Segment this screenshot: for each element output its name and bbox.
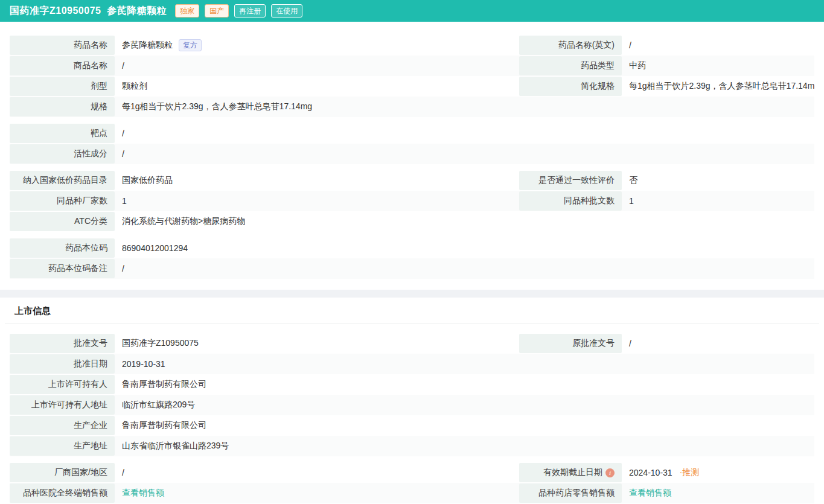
field-value: 消化系统与代谢药物>糖尿病药物 (122, 216, 245, 227)
field-label: 厂商国家/地区 (10, 463, 115, 482)
field-value-cell (622, 144, 814, 164)
field-value-cell (622, 354, 814, 374)
field-value-cell (622, 238, 814, 258)
field-label: 有效期截止日期i (519, 463, 622, 482)
field-label-cell: 靶点 (10, 123, 115, 144)
field-label: 生产企业 (10, 416, 115, 435)
info-row: 药品名称参芪降糖颗粒复方药品名称(英文)/ (10, 35, 814, 56)
row-group: 厂商国家/地区/有效期截止日期i2024-10-31·推测品种医院全终端销售额查… (10, 462, 814, 503)
field-value: 86904012001294 (122, 243, 188, 253)
field-label: 药品类型 (519, 56, 622, 75)
info-row: 靶点/ (10, 123, 814, 144)
field-label: 品种药店零售销售额 (519, 483, 622, 503)
field-value-cell: 1 (622, 191, 814, 211)
field-label: 靶点 (10, 124, 115, 143)
info-row: 上市许可持有人地址临沂市红旗路209号 (10, 395, 814, 415)
info-icon[interactable]: i (605, 468, 615, 477)
column-gap (509, 211, 519, 232)
field-value-cell: 1 (115, 191, 509, 211)
field-label: 规格 (10, 97, 115, 116)
info-row: 批准文号国药准字Z10950075原批准文号/ (10, 333, 814, 354)
field-label-text: 简化规格 (581, 81, 615, 92)
field-label-text: 是否通过一致性评价 (538, 175, 615, 186)
field-value-cell: 临沂市红旗路209号 (115, 395, 509, 415)
basic-info-card: 药品名称参芪降糖颗粒复方药品名称(英文)/商品名称/药品类型中药剂型颗粒剂简化规… (5, 22, 819, 290)
info-row: 生产地址山东省临沂市银雀山路239号 (10, 436, 814, 456)
header-status-badge: 独家 (175, 4, 199, 18)
field-label: 剂型 (10, 77, 115, 96)
field-value-cell: / (115, 144, 509, 164)
row-group: 批准文号国药准字Z10950075原批准文号/批准日期2019-10-31上市许… (10, 333, 814, 456)
field-label: 简化规格 (519, 77, 622, 96)
info-row: 上市许可持有人鲁南厚普制药有限公司 (10, 374, 814, 395)
field-label-cell: 药品本位码 (10, 238, 115, 258)
column-gap (509, 191, 519, 211)
field-label-text: 厂商国家/地区 (54, 467, 107, 478)
basic-info-table: 药品名称参芪降糖颗粒复方药品名称(英文)/商品名称/药品类型中药剂型颗粒剂简化规… (10, 35, 814, 279)
field-value: 临沂市红旗路209号 (122, 400, 195, 410)
column-gap (509, 144, 519, 164)
field-value: / (629, 40, 631, 50)
field-value: 颗粒剂 (122, 81, 147, 92)
field-value-cell: 消化系统与代谢药物>糖尿病药物 (115, 211, 509, 232)
info-row: 药品本位码备注/ (10, 258, 814, 279)
row-group: 药品本位码86904012001294药品本位码备注/ (10, 238, 814, 279)
field-label-cell: 上市许可持有人 (10, 374, 115, 395)
field-label-cell: 品种医院全终端销售额 (10, 483, 115, 503)
field-label-cell: 药品本位码备注 (10, 258, 115, 279)
field-value-cell (622, 211, 814, 232)
field-label-cell (519, 258, 622, 279)
column-gap (509, 97, 519, 117)
field-label (519, 436, 622, 456)
view-sales-link[interactable]: 查看销售额 (122, 488, 164, 499)
field-label-cell: 商品名称 (10, 56, 115, 76)
field-label-cell: 活性成分 (10, 144, 115, 164)
column-gap (509, 35, 519, 56)
field-label-text: 生产地址 (74, 441, 107, 451)
field-value-cell (622, 436, 814, 456)
field-value: / (122, 129, 124, 138)
field-label-cell: 药品名称 (10, 35, 115, 56)
field-value-cell: / (115, 123, 509, 144)
field-label-cell (519, 211, 622, 232)
field-value: / (122, 264, 124, 273)
field-label-cell: 品种药店零售销售额 (519, 483, 622, 503)
field-value-cell: / (622, 35, 814, 56)
drug-header: 国药准字Z10950075 参芪降糖颗粒 独家国产再注册在使用 (0, 0, 824, 22)
field-value: / (629, 339, 631, 348)
section-divider (0, 290, 824, 298)
column-gap (509, 483, 519, 503)
field-value-cell: 国家低价药品 (115, 170, 509, 191)
field-label-text: 商品名称 (74, 60, 107, 71)
field-value: 1 (122, 196, 127, 206)
field-label-cell: 药品名称(英文) (519, 35, 622, 56)
field-label-cell (519, 415, 622, 436)
field-value: 国家低价药品 (122, 175, 173, 186)
field-value: / (122, 468, 124, 477)
field-label: 纳入国家低价药品目录 (10, 171, 115, 190)
field-value-cell: 参芪降糖颗粒复方 (115, 35, 509, 56)
field-label-cell: 是否通过一致性评价 (519, 170, 622, 191)
field-value: / (122, 61, 124, 71)
field-value-cell: / (115, 56, 509, 76)
field-value-cell: 否 (622, 170, 814, 191)
field-label: 同品种厂家数 (10, 191, 115, 211)
info-row: 同品种厂家数1同品种批文数1 (10, 191, 814, 211)
field-value-cell (622, 258, 814, 279)
view-sales-link[interactable]: 查看销售额 (629, 488, 671, 499)
column-gap (509, 238, 519, 258)
field-value: 2024-10-31 (629, 468, 672, 477)
field-value-cell: 每1g相当于饮片2.39g，含人参茎叶总皂苷17.14mg (115, 97, 509, 117)
field-label-cell: 批准日期 (10, 354, 115, 374)
field-label (519, 97, 622, 116)
field-label-text: 纳入国家低价药品目录 (23, 175, 107, 186)
field-label-cell: 纳入国家低价药品目录 (10, 170, 115, 191)
field-value-cell: 每1g相当于饮片2.39g，含人参茎叶总皂苷17.14mg (622, 76, 814, 97)
market-info-card: 上市信息 批准文号国药准字Z10950075原批准文号/批准日期2019-10-… (5, 298, 819, 503)
field-label-cell: 厂商国家/地区 (10, 462, 115, 483)
field-label-cell (519, 238, 622, 258)
field-label-cell: 同品种厂家数 (10, 191, 115, 211)
field-value-cell: 国药准字Z10950075 (115, 333, 509, 354)
field-label: 生产地址 (10, 436, 115, 456)
field-value-cell: 山东省临沂市银雀山路239号 (115, 436, 509, 456)
